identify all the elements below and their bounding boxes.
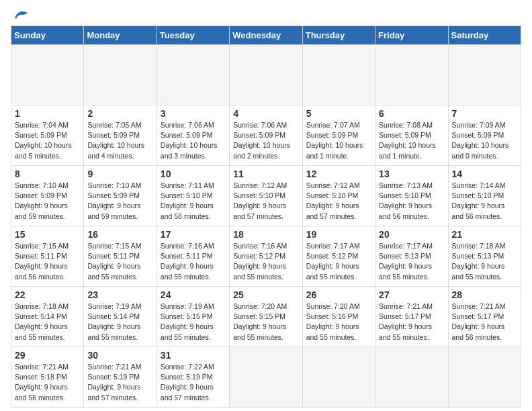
day-number: 20 (379, 229, 444, 240)
calendar-cell: 16Sunrise: 7:15 AMSunset: 5:11 PMDayligh… (84, 226, 157, 287)
calendar-cell: 18Sunrise: 7:16 AMSunset: 5:12 PMDayligh… (230, 226, 302, 287)
calendar-cell (302, 347, 375, 408)
day-number: 5 (306, 108, 371, 119)
daylight-text: Daylight: 9 hours and 55 minutes. (306, 262, 359, 280)
day-of-week-header: Tuesday (157, 26, 229, 45)
daylight-text: Daylight: 9 hours and 55 minutes. (15, 322, 68, 340)
day-number: 27 (379, 289, 444, 300)
sunrise-text: Sunrise: 7:18 AM (452, 242, 506, 250)
sunrise-text: Sunrise: 7:22 AM (161, 363, 214, 371)
sunrise-text: Sunrise: 7:06 AM (233, 121, 287, 129)
day-number: 14 (452, 169, 517, 179)
sunrise-text: Sunrise: 7:19 AM (87, 302, 141, 310)
calendar-cell: 1Sunrise: 7:04 AMSunset: 5:09 PMDaylight… (11, 105, 84, 166)
daylight-text: Daylight: 10 hours and 1 minute. (379, 141, 436, 159)
sunset-text: Sunset: 5:17 PM (452, 312, 504, 320)
sunset-text: Sunset: 5:15 PM (233, 312, 285, 320)
sunset-text: Sunset: 5:09 PM (15, 131, 67, 139)
daylight-text: Daylight: 9 hours and 55 minutes. (306, 322, 359, 340)
sunset-text: Sunset: 5:10 PM (161, 191, 213, 199)
sunrise-text: Sunrise: 7:18 AM (15, 302, 69, 310)
daylight-text: Daylight: 10 hours and 4 minutes. (87, 141, 144, 159)
day-number: 12 (306, 169, 371, 179)
calendar-cell (375, 347, 448, 408)
calendar-week-row (11, 45, 521, 105)
sunset-text: Sunset: 5:19 PM (87, 373, 140, 381)
calendar-cell: 3Sunrise: 7:06 AMSunset: 5:09 PMDaylight… (157, 105, 229, 166)
sunset-text: Sunset: 5:10 PM (233, 191, 285, 199)
page-header (11, 11, 521, 19)
day-of-week-header: Thursday (302, 26, 375, 45)
calendar-cell: 27Sunrise: 7:21 AMSunset: 5:17 PMDayligh… (375, 287, 448, 347)
calendar-cell: 23Sunrise: 7:19 AMSunset: 5:14 PMDayligh… (84, 287, 157, 347)
calendar-cell (448, 45, 521, 105)
day-number: 10 (161, 169, 226, 179)
sunrise-text: Sunrise: 7:14 AM (452, 181, 506, 189)
sunrise-text: Sunrise: 7:16 AM (233, 242, 287, 250)
sunrise-text: Sunrise: 7:06 AM (161, 121, 214, 129)
calendar-cell: 25Sunrise: 7:20 AMSunset: 5:15 PMDayligh… (230, 287, 302, 347)
sunset-text: Sunset: 5:10 PM (379, 191, 431, 199)
daylight-text: Daylight: 9 hours and 55 minutes. (87, 262, 140, 280)
calendar-cell: 7Sunrise: 7:09 AMSunset: 5:09 PMDaylight… (448, 105, 521, 166)
calendar-cell: 29Sunrise: 7:21 AMSunset: 5:18 PMDayligh… (11, 347, 84, 408)
sunset-text: Sunset: 5:11 PM (87, 252, 140, 260)
sunrise-text: Sunrise: 7:04 AM (15, 121, 69, 129)
sunset-text: Sunset: 5:09 PM (87, 131, 140, 139)
calendar-cell: 21Sunrise: 7:18 AMSunset: 5:13 PMDayligh… (448, 226, 521, 287)
calendar-cell: 2Sunrise: 7:05 AMSunset: 5:09 PMDaylight… (84, 105, 157, 166)
day-number: 31 (161, 350, 226, 361)
calendar-cell: 11Sunrise: 7:12 AMSunset: 5:10 PMDayligh… (230, 166, 302, 226)
sunrise-text: Sunrise: 7:21 AM (87, 363, 141, 371)
sunrise-text: Sunrise: 7:17 AM (306, 242, 360, 250)
sunset-text: Sunset: 5:14 PM (15, 312, 67, 320)
calendar-cell: 5Sunrise: 7:07 AMSunset: 5:09 PMDaylight… (302, 105, 375, 166)
calendar-cell: 10Sunrise: 7:11 AMSunset: 5:10 PMDayligh… (157, 166, 229, 226)
sunrise-text: Sunrise: 7:17 AM (379, 242, 433, 250)
sunset-text: Sunset: 5:12 PM (233, 252, 285, 260)
sunrise-text: Sunrise: 7:21 AM (15, 363, 69, 371)
calendar-week-row: 22Sunrise: 7:18 AMSunset: 5:14 PMDayligh… (11, 287, 521, 347)
calendar-cell: 6Sunrise: 7:08 AMSunset: 5:09 PMDaylight… (375, 105, 448, 166)
calendar-cell: 28Sunrise: 7:21 AMSunset: 5:17 PMDayligh… (448, 287, 521, 347)
daylight-text: Daylight: 9 hours and 57 minutes. (233, 201, 286, 220)
daylight-text: Daylight: 10 hours and 3 minutes. (161, 141, 218, 159)
sunset-text: Sunset: 5:09 PM (233, 131, 285, 139)
sunrise-text: Sunrise: 7:19 AM (161, 302, 214, 310)
sunrise-text: Sunrise: 7:13 AM (379, 181, 433, 189)
sunrise-text: Sunrise: 7:15 AM (87, 242, 141, 250)
sunset-text: Sunset: 5:13 PM (452, 252, 504, 260)
day-number: 15 (15, 229, 80, 240)
day-number: 22 (15, 289, 80, 300)
day-number: 2 (87, 108, 152, 119)
calendar-cell: 14Sunrise: 7:14 AMSunset: 5:10 PMDayligh… (448, 166, 521, 226)
sunset-text: Sunset: 5:14 PM (87, 312, 140, 320)
day-of-week-header: Saturday (448, 26, 521, 45)
day-number: 13 (379, 169, 444, 179)
sunrise-text: Sunrise: 7:20 AM (306, 302, 360, 310)
day-number: 4 (233, 108, 298, 119)
daylight-text: Daylight: 9 hours and 55 minutes. (379, 262, 432, 280)
calendar-cell: 13Sunrise: 7:13 AMSunset: 5:10 PMDayligh… (375, 166, 448, 226)
logo-bird-icon (12, 8, 31, 21)
calendar-cell: 24Sunrise: 7:19 AMSunset: 5:15 PMDayligh… (157, 287, 229, 347)
sunset-text: Sunset: 5:09 PM (87, 191, 140, 199)
calendar-cell (448, 347, 521, 408)
daylight-text: Daylight: 9 hours and 55 minutes. (87, 322, 140, 340)
daylight-text: Daylight: 9 hours and 57 minutes. (161, 383, 214, 401)
calendar-cell: 22Sunrise: 7:18 AMSunset: 5:14 PMDayligh… (11, 287, 84, 347)
daylight-text: Daylight: 9 hours and 55 minutes. (161, 262, 214, 280)
sunrise-text: Sunrise: 7:12 AM (233, 181, 287, 189)
logo (11, 11, 31, 19)
calendar-cell: 17Sunrise: 7:16 AMSunset: 5:11 PMDayligh… (157, 226, 229, 287)
sunset-text: Sunset: 5:18 PM (15, 373, 67, 381)
day-of-week-header: Friday (375, 26, 448, 45)
daylight-text: Daylight: 9 hours and 57 minutes. (87, 383, 140, 401)
sunrise-text: Sunrise: 7:11 AM (161, 181, 214, 189)
day-of-week-header: Monday (84, 26, 157, 45)
daylight-text: Daylight: 9 hours and 59 minutes. (15, 201, 68, 220)
calendar-cell: 30Sunrise: 7:21 AMSunset: 5:19 PMDayligh… (84, 347, 157, 408)
day-number: 30 (87, 350, 152, 361)
calendar-cell (375, 45, 448, 105)
calendar-cell: 8Sunrise: 7:10 AMSunset: 5:09 PMDaylight… (11, 166, 84, 226)
